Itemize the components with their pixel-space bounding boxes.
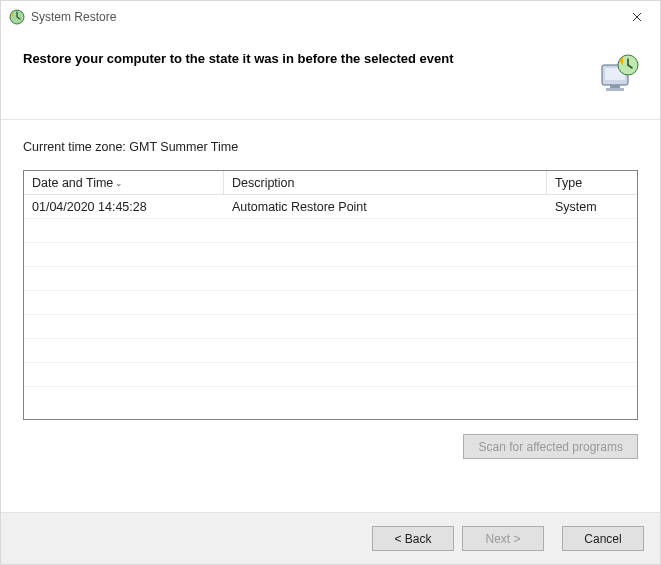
col-type-label: Type <box>555 176 582 190</box>
close-button[interactable] <box>614 1 660 33</box>
table-row-empty <box>24 363 637 387</box>
table-header: Date and Time ⌄ Description Type <box>24 171 637 195</box>
table-empty-rows <box>24 219 637 419</box>
back-button[interactable]: < Back <box>372 526 454 551</box>
content-area: Current time zone: GMT Summer Time Date … <box>1 120 660 512</box>
restore-art-icon <box>596 51 640 95</box>
page-title: Restore your computer to the state it wa… <box>23 51 584 66</box>
next-button[interactable]: Next > <box>462 526 544 551</box>
scan-affected-button[interactable]: Scan for affected programs <box>463 434 638 459</box>
col-type[interactable]: Type <box>547 171 637 194</box>
app-icon <box>9 9 25 25</box>
table-row-empty <box>24 339 637 363</box>
restore-points-table[interactable]: Date and Time ⌄ Description Type 01/04/2… <box>23 170 638 420</box>
cell-date: 01/04/2020 14:45:28 <box>24 195 224 218</box>
svg-rect-3 <box>610 85 620 88</box>
cell-type: System <box>547 195 637 218</box>
window-title: System Restore <box>31 10 614 24</box>
table-row-empty <box>24 243 637 267</box>
table-row-empty <box>24 219 637 243</box>
wizard-footer: < Back Next > Cancel <box>1 512 660 564</box>
timezone-label: Current time zone: GMT Summer Time <box>23 140 638 154</box>
table-row-empty <box>24 267 637 291</box>
titlebar: System Restore <box>1 1 660 33</box>
sort-desc-icon: ⌄ <box>115 178 123 188</box>
wizard-header: Restore your computer to the state it wa… <box>1 33 660 113</box>
col-description[interactable]: Description <box>224 171 547 194</box>
table-row[interactable]: 01/04/2020 14:45:28 Automatic Restore Po… <box>24 195 637 219</box>
col-desc-label: Description <box>232 176 295 190</box>
cell-desc: Automatic Restore Point <box>224 195 547 218</box>
svg-rect-4 <box>606 88 624 91</box>
cancel-button[interactable]: Cancel <box>562 526 644 551</box>
system-restore-window: System Restore Restore your computer to … <box>0 0 661 565</box>
col-date-label: Date and Time <box>32 176 113 190</box>
table-row-empty <box>24 291 637 315</box>
table-row-empty <box>24 315 637 339</box>
table-row-empty <box>24 387 637 411</box>
col-date[interactable]: Date and Time ⌄ <box>24 171 224 194</box>
